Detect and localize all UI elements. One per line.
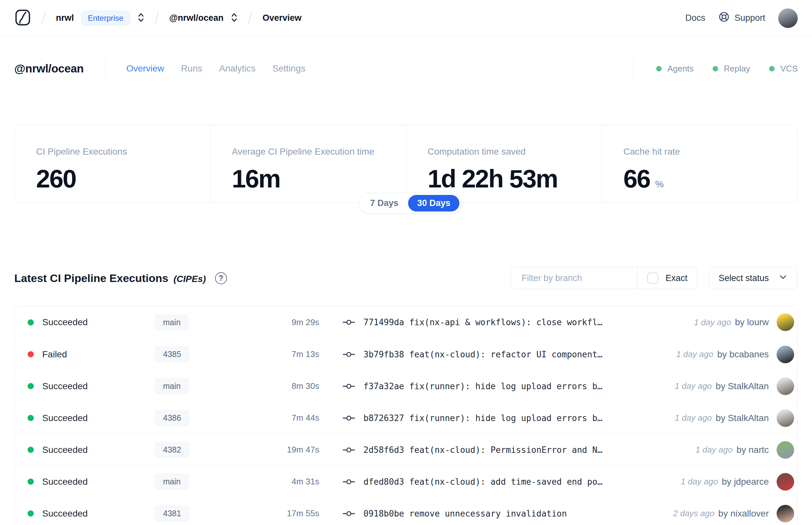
status-cell: Succeeded bbox=[28, 413, 155, 423]
commit-author: by StalkAltan bbox=[716, 413, 769, 423]
stat-label: Average CI Pipeline Execution time bbox=[232, 147, 399, 157]
cipe-row[interactable]: Succeeded main 4m 31s dfed80d3 feat(nx-c… bbox=[15, 466, 797, 497]
workspace-header: @nrwl/ocean Overview Runs Analytics Sett… bbox=[14, 59, 798, 78]
status-dot-icon bbox=[28, 479, 34, 485]
commit-time: 1 day ago bbox=[675, 381, 711, 391]
help-icon[interactable]: ? bbox=[215, 272, 227, 284]
exact-checkbox[interactable] bbox=[647, 273, 658, 284]
meta-cell: 2 days ago by nixallover bbox=[673, 505, 794, 522]
breadcrumb-separator bbox=[154, 10, 159, 26]
exact-toggle[interactable]: Exact bbox=[638, 273, 698, 284]
author-avatar bbox=[777, 377, 794, 395]
branch-badge: main bbox=[155, 378, 189, 394]
commit-message: fix(runner): hide log upload errors b… bbox=[409, 413, 602, 423]
stat-value: 66 % bbox=[623, 164, 791, 194]
cipe-row[interactable]: Failed 4385 7m 13s 3b79fb38 feat(nx-clou… bbox=[15, 338, 797, 370]
commit-message: feat(nx-cloud): PermissionError and N… bbox=[409, 445, 602, 455]
cipe-header: Latest CI Pipeline Executions (CIPEs) ? … bbox=[14, 267, 798, 289]
status-cell: Succeeded bbox=[28, 317, 155, 328]
commit-text: 771499da fix(nx-api & workflows): close … bbox=[364, 317, 602, 327]
nx-cloud-logo[interactable] bbox=[14, 9, 31, 27]
commit-message: feat(nx-cloud): refactor UI component… bbox=[409, 349, 602, 359]
stat-suffix: % bbox=[655, 179, 664, 190]
meta-cell: 1 day ago by nartc bbox=[695, 441, 794, 459]
branch-badge: 4386 bbox=[155, 410, 189, 426]
commit-hash: 771499da bbox=[364, 317, 404, 327]
workspace-selector[interactable]: @nrwl/ocean bbox=[169, 12, 238, 24]
cipe-row[interactable]: Succeeded main 9m 29s 771499da fix(nx-ap… bbox=[15, 306, 797, 338]
commit-time: 1 day ago bbox=[675, 413, 711, 423]
status-text: Succeeded bbox=[42, 317, 88, 328]
author-avatar bbox=[777, 409, 794, 427]
commit-author: by jdpearce bbox=[722, 477, 769, 487]
branch-filter-input[interactable] bbox=[511, 267, 637, 289]
duration: 8m 30s bbox=[239, 381, 319, 391]
commit-author: by nartc bbox=[736, 445, 769, 455]
main-content: @nrwl/ocean Overview Runs Analytics Sett… bbox=[0, 59, 812, 525]
branch-badge: 4381 bbox=[155, 506, 189, 522]
navbar-right: Docs Support bbox=[685, 9, 798, 28]
tab-runs[interactable]: Runs bbox=[181, 63, 202, 74]
status-cell: Succeeded bbox=[28, 508, 155, 519]
org-selector[interactable]: nrwl Enterprise bbox=[56, 11, 144, 26]
range-option[interactable]: 7 Days bbox=[361, 195, 407, 211]
cipe-row[interactable]: Succeeded 4382 19m 47s 2d58f6d3 feat(nx-… bbox=[15, 434, 797, 466]
status-cell: Failed bbox=[28, 349, 155, 360]
status-select[interactable]: Select status bbox=[708, 267, 798, 289]
commit-text: b8726327 fix(runner): hide log upload er… bbox=[364, 413, 602, 423]
status-text: Failed bbox=[42, 349, 67, 360]
stat-card: Average CI Pipeline Execution time 16m bbox=[210, 125, 406, 202]
stat-card: Cache hit rate 66 % bbox=[601, 125, 797, 202]
duration: 4m 31s bbox=[239, 477, 319, 487]
status-cell: Succeeded bbox=[28, 477, 155, 487]
tab-settings[interactable]: Settings bbox=[273, 63, 305, 74]
status-dot-icon bbox=[28, 447, 34, 453]
cipe-row[interactable]: Succeeded main 8m 30s f37a32ae fix(runne… bbox=[15, 370, 797, 402]
branch-cell: main bbox=[155, 378, 239, 394]
meta-cell: 1 day ago by lourw bbox=[694, 314, 794, 331]
author-avatar bbox=[777, 441, 794, 459]
author-avatar bbox=[777, 473, 794, 491]
indicator-replay[interactable]: Replay bbox=[713, 64, 750, 74]
enterprise-badge: Enterprise bbox=[81, 11, 130, 26]
cipe-row[interactable]: Succeeded 4386 7m 44s b8726327 fix(runne… bbox=[15, 402, 797, 434]
breadcrumb-separator bbox=[41, 10, 46, 26]
branch-badge: 4382 bbox=[155, 442, 189, 458]
indicator-vcs[interactable]: VCS bbox=[769, 64, 798, 74]
user-avatar[interactable] bbox=[778, 9, 798, 28]
status-dot-icon bbox=[656, 66, 662, 72]
status-cell: Succeeded bbox=[28, 381, 155, 391]
support-link[interactable]: Support bbox=[718, 11, 765, 25]
tab-analytics[interactable]: Analytics bbox=[219, 63, 256, 74]
commit-cell: 2d58f6d3 feat(nx-cloud): PermissionError… bbox=[343, 445, 695, 455]
stat-cards: CI Pipeline Executions 260 Average CI Pi… bbox=[14, 125, 798, 203]
range-option[interactable]: 30 Days bbox=[408, 195, 459, 211]
indicator-agents[interactable]: Agents bbox=[656, 64, 694, 74]
meta-cell: 1 day ago by StalkAltan bbox=[675, 377, 794, 395]
stat-value: 260 bbox=[36, 164, 204, 194]
cipe-row[interactable]: Succeeded 4381 17m 55s 0918b0be remove u… bbox=[15, 497, 797, 525]
commit-text: 3b79fb38 feat(nx-cloud): refactor UI com… bbox=[364, 349, 602, 359]
status-dot-icon bbox=[28, 319, 34, 326]
docs-link[interactable]: Docs bbox=[685, 13, 705, 23]
workspace-title: @nrwl/ocean bbox=[14, 62, 84, 75]
branch-cell: main bbox=[155, 474, 239, 490]
stat-label: Cache hit rate bbox=[623, 147, 791, 157]
branch-badge: 4385 bbox=[155, 346, 189, 362]
feature-indicators: Agents Replay VCS bbox=[656, 64, 798, 74]
git-commit-icon bbox=[343, 383, 355, 390]
chevron-down-icon bbox=[779, 273, 788, 284]
exact-label: Exact bbox=[665, 273, 688, 283]
commit-author: by nixallover bbox=[718, 508, 769, 519]
branch-cell: 4385 bbox=[155, 346, 239, 362]
cipe-title-suffix: (CIPEs) bbox=[173, 274, 206, 284]
commit-time: 1 day ago bbox=[681, 477, 718, 487]
meta-cell: 1 day ago by jdpearce bbox=[681, 473, 794, 491]
author-avatar bbox=[777, 505, 794, 522]
commit-text: 2d58f6d3 feat(nx-cloud): PermissionError… bbox=[364, 445, 602, 455]
tab-overview[interactable]: Overview bbox=[126, 63, 164, 74]
branch-filter-group: Exact bbox=[511, 267, 698, 289]
top-navbar: nrwl Enterprise @nrwl/ocean Overview bbox=[0, 0, 812, 36]
status-text: Succeeded bbox=[42, 445, 88, 455]
status-dot-icon bbox=[713, 66, 718, 72]
